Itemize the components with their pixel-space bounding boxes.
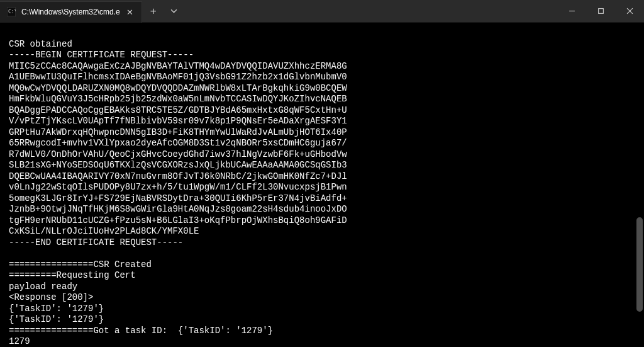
- window-controls: [557, 0, 644, 23]
- active-tab[interactable]: C:\ C:\Windows\System32\cmd.e ✕: [0, 1, 142, 23]
- new-tab-button[interactable]: +: [142, 1, 165, 22]
- terminal-output[interactable]: CSR obtained -----BEGIN CERTIFICATE REQU…: [0, 23, 644, 347]
- terminal-text: CSR obtained -----BEGIN CERTIFICATE REQU…: [9, 39, 635, 348]
- svg-rect-3: [598, 9, 603, 14]
- tab-dropdown-button[interactable]: [165, 1, 184, 22]
- tab-title: C:\Windows\System32\cmd.e: [21, 8, 120, 16]
- minimize-button[interactable]: [557, 0, 586, 23]
- maximize-button[interactable]: [586, 0, 615, 23]
- tab-close-button[interactable]: ✕: [125, 7, 135, 17]
- close-window-button[interactable]: [615, 0, 644, 23]
- scrollbar-thumb[interactable]: [636, 217, 643, 312]
- svg-text:C:\: C:\: [8, 9, 16, 14]
- titlebar: C:\ C:\Windows\System32\cmd.e ✕ +: [0, 0, 644, 23]
- scrollbar-track[interactable]: [636, 23, 643, 347]
- cmd-icon: C:\: [6, 7, 16, 17]
